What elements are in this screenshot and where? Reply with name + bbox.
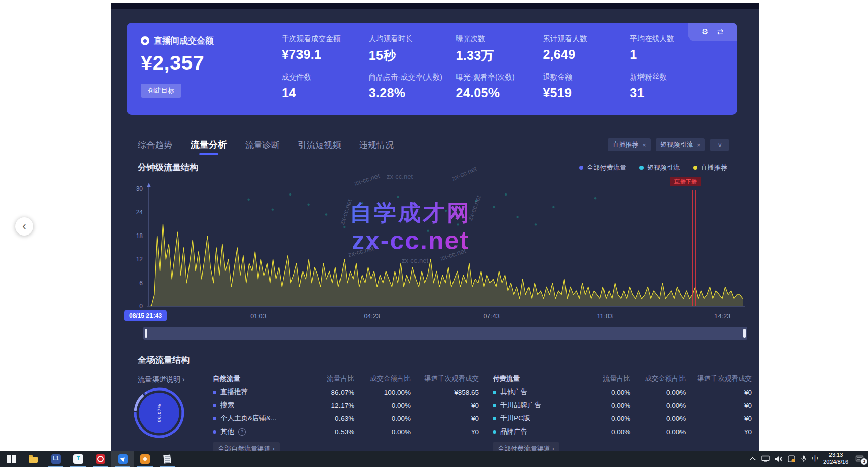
table-footer-link[interactable]: 全部付费流量渠道 › (493, 442, 559, 451)
table-header-cell: 成交金额占比 (630, 374, 686, 383)
clock-date: 2024/8/16 (823, 459, 848, 466)
close-icon[interactable]: × (697, 141, 701, 149)
table-header-cell: 流量占比 (575, 374, 630, 383)
table-row: 直播推荐86.07%100.00%¥858.65 (213, 385, 479, 399)
create-goal-button[interactable]: 创建目标 (141, 84, 181, 98)
back-button[interactable]: ‹ (15, 217, 33, 236)
watermark-tile: zx-cc.net (387, 173, 413, 180)
overall-section-title: 全场流量结构 (138, 354, 190, 366)
target-icon (141, 36, 149, 45)
taskbar-file-explorer-button[interactable] (22, 451, 45, 467)
slider-handle-right[interactable] (743, 329, 746, 338)
channel-cell: 个人主页&店铺&... (213, 414, 298, 423)
metric-card: 新增粉丝数31 (630, 72, 713, 106)
y-axis-label: 0 (128, 303, 143, 310)
tabs: 综合趋势流量分析流量诊断引流短视频违规情况 (138, 139, 394, 151)
gmv-per-k-value: ¥0 (686, 402, 752, 409)
table-header-cell: 自然流量 (213, 374, 298, 383)
primary-metric-label-row: 直播间成交金额 (141, 35, 268, 47)
taskbar-app-red-o-button[interactable] (89, 451, 111, 467)
metric-label: 曝光次数 (456, 34, 539, 44)
section-divider (127, 349, 743, 349)
tab-综合趋势[interactable]: 综合趋势 (138, 139, 172, 151)
tab-流量分析[interactable]: 流量分析 (191, 139, 227, 151)
taskbar-start-button[interactable] (0, 451, 22, 467)
taskbar-app-recorder-button[interactable] (134, 451, 156, 467)
table-header-cell: 流量占比 (298, 374, 355, 383)
taskbar-clock[interactable]: 23:13 2024/8/16 (823, 452, 848, 466)
filter-dropdown[interactable]: ∨ (710, 139, 729, 151)
metric-label: 曝光-观看率(次数) (456, 72, 539, 82)
app-teal-t-icon: T (73, 454, 83, 464)
x-axis-label: 14:23 (714, 313, 730, 320)
metric-card: 曝光次数1.33万 (456, 34, 539, 67)
table-row: 其他?0.53%0.00%¥0 (213, 425, 479, 438)
channel-label: 千川PC版 (500, 414, 530, 423)
channel-help-link[interactable]: 流量渠道说明 › (138, 375, 185, 384)
legend-item[interactable]: 短视频引流 (639, 163, 680, 172)
channel-dot-icon (493, 391, 496, 394)
x-axis-ticks: 08/15 21:4301:0304:2307:4311:0314:23 (147, 312, 745, 323)
gmv-share-value: 100.00% (354, 388, 411, 396)
notification-badge: 3 (861, 458, 867, 465)
primary-metric: 直播间成交金额 ¥2,357 创建目标 (141, 35, 268, 98)
tray-microphone-icon[interactable] (801, 455, 807, 462)
tab-违规情况[interactable]: 违规情况 (359, 139, 394, 151)
tray-display-icon[interactable] (761, 455, 770, 462)
taskbar-app-pointer-button[interactable] (111, 451, 134, 467)
chevron-left-icon: ‹ (22, 221, 26, 232)
donut-center-label: 86.07% (157, 404, 162, 422)
tray-speaker-icon[interactable] (775, 456, 783, 462)
y-axis-label: 12 (128, 256, 143, 263)
filter-chip[interactable]: 短视频引流× (656, 138, 705, 151)
tab-流量诊断[interactable]: 流量诊断 (245, 139, 280, 151)
tab-引流短视频[interactable]: 引流短视频 (298, 139, 341, 151)
app-titlebar (111, 3, 759, 9)
metric-value: 15秒 (369, 47, 452, 64)
channel-label: 搜索 (220, 401, 234, 410)
y-axis-label: 24 (128, 209, 143, 216)
taskbar-notepad-button[interactable] (156, 451, 178, 467)
share-value: 0.00% (575, 428, 630, 436)
slider-handle-left[interactable] (145, 329, 147, 338)
metric-value: ¥739.1 (282, 47, 365, 62)
channel-label: 个人主页&店铺&... (220, 414, 276, 423)
tabs-row: 综合趋势流量分析流量诊断引流短视频违规情况 直播推荐×短视频引流×∨ (138, 137, 729, 152)
channel-dot-icon (493, 404, 496, 407)
primary-metric-label: 直播间成交金额 (154, 35, 214, 47)
channel-dot-icon (213, 391, 216, 394)
metric-label: 累计观看人数 (543, 34, 626, 44)
legend-item[interactable]: 全部付费流量 (579, 163, 626, 172)
legend-label: 全部付费流量 (587, 163, 626, 172)
help-icon[interactable]: ? (238, 428, 246, 436)
chart-header: 分钟级流量结构 全部付费流量短视频引流直播推荐 (138, 162, 727, 173)
taskbar-app-teal-t-button[interactable]: T (67, 451, 89, 467)
app-window: ⚙⇄ 直播间成交金额 ¥2,357 创建目标 千次观看成交金额¥739.1人均观… (111, 3, 759, 451)
gmv-per-k-value: ¥858.65 (411, 388, 479, 396)
share-value: 0.53% (298, 428, 355, 436)
metric-value: 1.33万 (456, 47, 539, 64)
notification-icon[interactable]: 3 (855, 455, 864, 463)
minute-traffic-chart[interactable]: 自学成才网 zx-cc.net 直播下播 3024181260zx-cc.net… (147, 183, 745, 308)
y-axis-label: 30 (128, 185, 143, 192)
close-icon[interactable]: × (642, 141, 646, 149)
range-slider[interactable] (143, 327, 747, 340)
ime-indicator[interactable]: 中 (812, 454, 818, 463)
gmv-share-value: 0.00% (630, 402, 686, 409)
tray-chevron-up-icon[interactable] (749, 456, 756, 461)
tray-app-icon[interactable] (788, 455, 796, 462)
filter-chip[interactable]: 直播推荐× (608, 138, 651, 151)
minute-section-title: 分钟级流量结构 (138, 162, 198, 173)
metric-grid: 千次观看成交金额¥739.1人均观看时长15秒曝光次数1.33万累计观看人数2,… (282, 34, 713, 106)
x-axis-label: 07:43 (483, 313, 499, 320)
legend-dot-icon (579, 166, 583, 170)
table-row: 搜索12.17%0.00%¥0 (213, 399, 479, 412)
channel-label: 其他广告 (500, 387, 527, 397)
swap-icon[interactable]: ⇄ (716, 27, 723, 36)
metric-card: 曝光-观看率(次数)24.05% (456, 72, 539, 106)
taskbar-app-l1-button[interactable]: L1 (45, 451, 67, 467)
table-header-row: 付费流量流量占比成交金额占比渠道千次观看成交 (493, 372, 752, 385)
legend-item[interactable]: 直播推荐 (693, 163, 727, 172)
table-footer-link[interactable]: 全部自然流量渠道 › (213, 442, 280, 451)
desktop: ‹ ⚙⇄ 直播间成交金额 ¥2,357 创建目标 千次观看成交金额¥739.1人… (0, 0, 868, 467)
